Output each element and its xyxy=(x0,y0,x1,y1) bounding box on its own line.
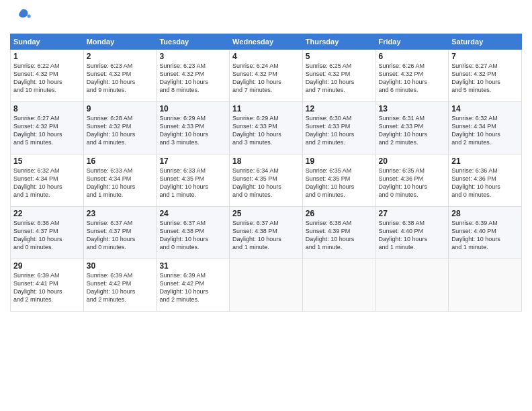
week-row-5: 29Sunrise: 6:39 AM Sunset: 4:41 PM Dayli… xyxy=(11,259,522,312)
day-number: 5 xyxy=(306,52,373,61)
day-number: 23 xyxy=(87,209,154,218)
header-thursday: Thursday xyxy=(302,34,375,50)
day-info: Sunrise: 6:33 AM Sunset: 4:34 PM Dayligh… xyxy=(87,167,154,199)
day-number: 9 xyxy=(87,104,154,113)
day-number: 15 xyxy=(13,156,81,166)
day-number: 4 xyxy=(232,52,300,61)
table-row: 16Sunrise: 6:33 AM Sunset: 4:34 PM Dayli… xyxy=(83,154,157,207)
header-monday: Monday xyxy=(83,34,157,50)
table-row: 26Sunrise: 6:38 AM Sunset: 4:39 PM Dayli… xyxy=(302,207,375,259)
table-row xyxy=(449,259,522,312)
table-row: 31Sunrise: 6:39 AM Sunset: 4:42 PM Dayli… xyxy=(157,259,230,312)
table-row: 25Sunrise: 6:37 AM Sunset: 4:38 PM Dayli… xyxy=(230,207,303,259)
day-info: Sunrise: 6:35 AM Sunset: 4:35 PM Dayligh… xyxy=(306,167,373,199)
day-number: 25 xyxy=(232,209,300,218)
day-info: Sunrise: 6:36 AM Sunset: 4:37 PM Dayligh… xyxy=(13,219,81,252)
table-row: 19Sunrise: 6:35 AM Sunset: 4:35 PM Dayli… xyxy=(302,154,375,207)
day-info: Sunrise: 6:37 AM Sunset: 4:38 PM Dayligh… xyxy=(232,219,300,252)
day-number: 26 xyxy=(306,209,373,218)
table-row: 10Sunrise: 6:29 AM Sunset: 4:33 PM Dayli… xyxy=(157,102,230,154)
day-number: 27 xyxy=(379,209,446,218)
table-row: 28Sunrise: 6:39 AM Sunset: 4:40 PM Dayli… xyxy=(449,207,522,259)
table-row: 3Sunrise: 6:23 AM Sunset: 4:32 PM Daylig… xyxy=(157,50,230,102)
day-info: Sunrise: 6:37 AM Sunset: 4:37 PM Dayligh… xyxy=(87,219,154,252)
day-number: 6 xyxy=(379,52,446,61)
table-row: 29Sunrise: 6:39 AM Sunset: 4:41 PM Dayli… xyxy=(11,259,84,312)
table-row: 5Sunrise: 6:25 AM Sunset: 4:32 PM Daylig… xyxy=(302,50,375,102)
day-number: 29 xyxy=(13,261,81,271)
table-row: 24Sunrise: 6:37 AM Sunset: 4:38 PM Dayli… xyxy=(157,207,230,259)
calendar-table: Sunday Monday Tuesday Wednesday Thursday… xyxy=(10,34,522,312)
week-row-3: 15Sunrise: 6:32 AM Sunset: 4:34 PM Dayli… xyxy=(11,154,522,207)
day-number: 17 xyxy=(159,156,226,166)
day-info: Sunrise: 6:37 AM Sunset: 4:38 PM Dayligh… xyxy=(159,219,226,252)
day-number: 1 xyxy=(13,52,81,61)
day-info: Sunrise: 6:39 AM Sunset: 4:42 PM Dayligh… xyxy=(159,271,226,304)
day-info: Sunrise: 6:27 AM Sunset: 4:32 PM Dayligh… xyxy=(451,62,519,95)
day-info: Sunrise: 6:31 AM Sunset: 4:33 PM Dayligh… xyxy=(379,114,446,147)
table-row xyxy=(302,259,375,312)
day-info: Sunrise: 6:33 AM Sunset: 4:35 PM Dayligh… xyxy=(159,167,226,199)
day-info: Sunrise: 6:25 AM Sunset: 4:32 PM Dayligh… xyxy=(306,62,373,95)
logo xyxy=(10,7,32,28)
day-number: 18 xyxy=(232,156,300,166)
day-info: Sunrise: 6:24 AM Sunset: 4:32 PM Dayligh… xyxy=(232,62,300,95)
day-number: 14 xyxy=(451,104,519,113)
day-number: 10 xyxy=(159,104,226,113)
table-row: 1Sunrise: 6:22 AM Sunset: 4:32 PM Daylig… xyxy=(11,50,84,102)
day-info: Sunrise: 6:22 AM Sunset: 4:32 PM Dayligh… xyxy=(13,62,81,95)
header-saturday: Saturday xyxy=(449,34,522,50)
week-row-4: 22Sunrise: 6:36 AM Sunset: 4:37 PM Dayli… xyxy=(11,207,522,259)
day-number: 20 xyxy=(379,156,446,166)
table-row: 20Sunrise: 6:35 AM Sunset: 4:36 PM Dayli… xyxy=(375,154,449,207)
day-info: Sunrise: 6:26 AM Sunset: 4:32 PM Dayligh… xyxy=(379,62,446,95)
table-row: 30Sunrise: 6:39 AM Sunset: 4:42 PM Dayli… xyxy=(83,259,157,312)
day-number: 13 xyxy=(379,104,446,113)
day-info: Sunrise: 6:23 AM Sunset: 4:32 PM Dayligh… xyxy=(159,62,226,95)
table-row: 18Sunrise: 6:34 AM Sunset: 4:35 PM Dayli… xyxy=(230,154,303,207)
week-row-1: 1Sunrise: 6:22 AM Sunset: 4:32 PM Daylig… xyxy=(11,50,522,102)
day-info: Sunrise: 6:23 AM Sunset: 4:32 PM Dayligh… xyxy=(87,62,154,95)
day-number: 22 xyxy=(13,209,81,218)
day-number: 31 xyxy=(159,261,226,271)
table-row xyxy=(375,259,449,312)
day-info: Sunrise: 6:29 AM Sunset: 4:33 PM Dayligh… xyxy=(159,114,226,147)
table-row: 22Sunrise: 6:36 AM Sunset: 4:37 PM Dayli… xyxy=(11,207,84,259)
table-row: 11Sunrise: 6:29 AM Sunset: 4:33 PM Dayli… xyxy=(230,102,303,154)
day-number: 11 xyxy=(232,104,300,113)
day-info: Sunrise: 6:29 AM Sunset: 4:33 PM Dayligh… xyxy=(232,114,300,147)
day-info: Sunrise: 6:32 AM Sunset: 4:34 PM Dayligh… xyxy=(13,167,81,199)
day-number: 2 xyxy=(87,52,154,61)
day-number: 28 xyxy=(451,209,519,218)
table-row: 27Sunrise: 6:38 AM Sunset: 4:40 PM Dayli… xyxy=(375,207,449,259)
day-info: Sunrise: 6:38 AM Sunset: 4:40 PM Dayligh… xyxy=(379,219,446,252)
page: Sunday Monday Tuesday Wednesday Thursday… xyxy=(0,0,532,411)
table-row: 12Sunrise: 6:30 AM Sunset: 4:33 PM Dayli… xyxy=(302,102,375,154)
day-number: 8 xyxy=(13,104,81,113)
day-info: Sunrise: 6:28 AM Sunset: 4:32 PM Dayligh… xyxy=(87,114,154,147)
table-row: 21Sunrise: 6:36 AM Sunset: 4:36 PM Dayli… xyxy=(449,154,522,207)
day-number: 7 xyxy=(451,52,519,61)
day-number: 30 xyxy=(87,261,154,271)
header-tuesday: Tuesday xyxy=(157,34,230,50)
table-row: 6Sunrise: 6:26 AM Sunset: 4:32 PM Daylig… xyxy=(375,50,449,102)
table-row: 17Sunrise: 6:33 AM Sunset: 4:35 PM Dayli… xyxy=(157,154,230,207)
day-info: Sunrise: 6:34 AM Sunset: 4:35 PM Dayligh… xyxy=(232,167,300,199)
day-info: Sunrise: 6:27 AM Sunset: 4:32 PM Dayligh… xyxy=(13,114,81,147)
week-row-2: 8Sunrise: 6:27 AM Sunset: 4:32 PM Daylig… xyxy=(11,102,522,154)
day-info: Sunrise: 6:39 AM Sunset: 4:42 PM Dayligh… xyxy=(87,271,154,304)
day-info: Sunrise: 6:30 AM Sunset: 4:33 PM Dayligh… xyxy=(306,114,373,147)
table-row: 8Sunrise: 6:27 AM Sunset: 4:32 PM Daylig… xyxy=(11,102,84,154)
table-row: 9Sunrise: 6:28 AM Sunset: 4:32 PM Daylig… xyxy=(83,102,157,154)
header xyxy=(10,7,522,28)
day-number: 19 xyxy=(306,156,373,166)
weekday-header-row: Sunday Monday Tuesday Wednesday Thursday… xyxy=(11,34,522,50)
table-row: 15Sunrise: 6:32 AM Sunset: 4:34 PM Dayli… xyxy=(11,154,84,207)
table-row: 2Sunrise: 6:23 AM Sunset: 4:32 PM Daylig… xyxy=(83,50,157,102)
day-number: 21 xyxy=(451,156,519,166)
day-number: 12 xyxy=(306,104,373,113)
day-info: Sunrise: 6:38 AM Sunset: 4:39 PM Dayligh… xyxy=(306,219,373,252)
table-row: 4Sunrise: 6:24 AM Sunset: 4:32 PM Daylig… xyxy=(230,50,303,102)
day-info: Sunrise: 6:39 AM Sunset: 4:41 PM Dayligh… xyxy=(13,271,81,304)
day-number: 3 xyxy=(159,52,226,61)
